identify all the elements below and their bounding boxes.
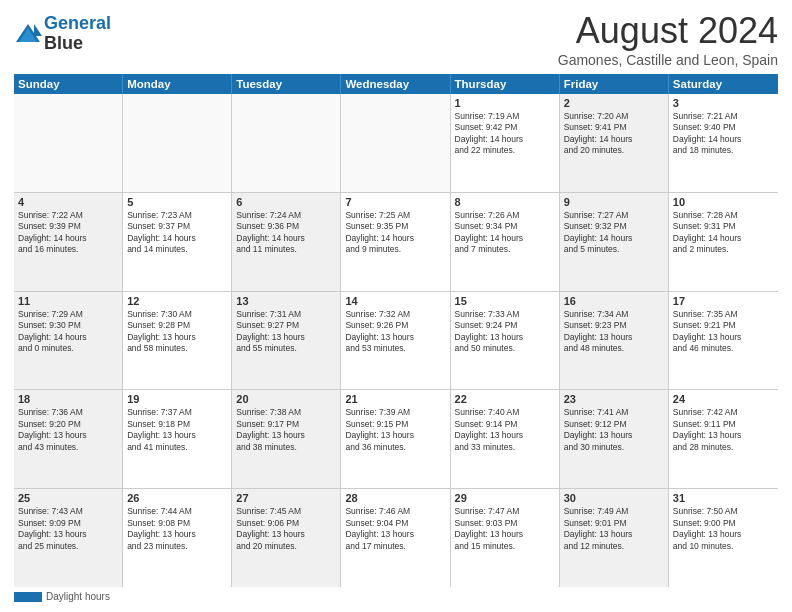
header-right: August 2024 Gamones, Castille and Leon, … [558,10,778,68]
logo-icon [14,20,42,48]
day-number-24: 24 [673,393,774,405]
day-number-31: 31 [673,492,774,504]
cal-header-friday: Friday [560,74,669,94]
cal-cell-6: 6Sunrise: 7:24 AM Sunset: 9:36 PM Daylig… [232,193,341,291]
cal-cell-31: 31Sunrise: 7:50 AM Sunset: 9:00 PM Dayli… [669,489,778,587]
cell-info-18: Sunrise: 7:36 AM Sunset: 9:20 PM Dayligh… [18,407,118,453]
page: General Blue August 2024 Gamones, Castil… [0,0,792,612]
calendar: SundayMondayTuesdayWednesdayThursdayFrid… [14,74,778,587]
day-number-19: 19 [127,393,227,405]
day-number-17: 17 [673,295,774,307]
cal-cell-23: 23Sunrise: 7:41 AM Sunset: 9:12 PM Dayli… [560,390,669,488]
day-number-12: 12 [127,295,227,307]
cell-info-14: Sunrise: 7:32 AM Sunset: 9:26 PM Dayligh… [345,309,445,355]
cell-info-6: Sunrise: 7:24 AM Sunset: 9:36 PM Dayligh… [236,210,336,256]
cal-header-thursday: Thursday [451,74,560,94]
logo-general: General [44,13,111,33]
cal-cell-19: 19Sunrise: 7:37 AM Sunset: 9:18 PM Dayli… [123,390,232,488]
cell-info-16: Sunrise: 7:34 AM Sunset: 9:23 PM Dayligh… [564,309,664,355]
cal-row-4: 25Sunrise: 7:43 AM Sunset: 9:09 PM Dayli… [14,489,778,587]
cal-cell-17: 17Sunrise: 7:35 AM Sunset: 9:21 PM Dayli… [669,292,778,390]
cell-info-22: Sunrise: 7:40 AM Sunset: 9:14 PM Dayligh… [455,407,555,453]
day-number-21: 21 [345,393,445,405]
day-number-2: 2 [564,97,664,109]
day-number-18: 18 [18,393,118,405]
cell-info-17: Sunrise: 7:35 AM Sunset: 9:21 PM Dayligh… [673,309,774,355]
footer-label: Daylight hours [46,591,110,602]
cal-cell-28: 28Sunrise: 7:46 AM Sunset: 9:04 PM Dayli… [341,489,450,587]
cal-cell-12: 12Sunrise: 7:30 AM Sunset: 9:28 PM Dayli… [123,292,232,390]
cell-info-20: Sunrise: 7:38 AM Sunset: 9:17 PM Dayligh… [236,407,336,453]
month-title: August 2024 [558,10,778,52]
day-number-11: 11 [18,295,118,307]
day-number-6: 6 [236,196,336,208]
day-number-14: 14 [345,295,445,307]
cell-info-12: Sunrise: 7:30 AM Sunset: 9:28 PM Dayligh… [127,309,227,355]
cal-cell-29: 29Sunrise: 7:47 AM Sunset: 9:03 PM Dayli… [451,489,560,587]
day-number-5: 5 [127,196,227,208]
cal-cell-26: 26Sunrise: 7:44 AM Sunset: 9:08 PM Dayli… [123,489,232,587]
day-number-3: 3 [673,97,774,109]
cell-info-28: Sunrise: 7:46 AM Sunset: 9:04 PM Dayligh… [345,506,445,552]
cal-cell-14: 14Sunrise: 7:32 AM Sunset: 9:26 PM Dayli… [341,292,450,390]
calendar-header: SundayMondayTuesdayWednesdayThursdayFrid… [14,74,778,94]
cal-cell-25: 25Sunrise: 7:43 AM Sunset: 9:09 PM Dayli… [14,489,123,587]
cell-info-21: Sunrise: 7:39 AM Sunset: 9:15 PM Dayligh… [345,407,445,453]
cell-info-9: Sunrise: 7:27 AM Sunset: 9:32 PM Dayligh… [564,210,664,256]
cell-info-25: Sunrise: 7:43 AM Sunset: 9:09 PM Dayligh… [18,506,118,552]
day-number-1: 1 [455,97,555,109]
cal-cell-20: 20Sunrise: 7:38 AM Sunset: 9:17 PM Dayli… [232,390,341,488]
cal-cell-empty-0-2 [232,94,341,192]
cal-row-0: 1Sunrise: 7:19 AM Sunset: 9:42 PM Daylig… [14,94,778,193]
day-number-15: 15 [455,295,555,307]
cell-info-19: Sunrise: 7:37 AM Sunset: 9:18 PM Dayligh… [127,407,227,453]
cell-info-7: Sunrise: 7:25 AM Sunset: 9:35 PM Dayligh… [345,210,445,256]
cell-info-23: Sunrise: 7:41 AM Sunset: 9:12 PM Dayligh… [564,407,664,453]
cal-header-tuesday: Tuesday [232,74,341,94]
cell-info-30: Sunrise: 7:49 AM Sunset: 9:01 PM Dayligh… [564,506,664,552]
day-number-28: 28 [345,492,445,504]
cal-cell-11: 11Sunrise: 7:29 AM Sunset: 9:30 PM Dayli… [14,292,123,390]
cell-info-4: Sunrise: 7:22 AM Sunset: 9:39 PM Dayligh… [18,210,118,256]
day-number-8: 8 [455,196,555,208]
cal-cell-21: 21Sunrise: 7:39 AM Sunset: 9:15 PM Dayli… [341,390,450,488]
cal-cell-13: 13Sunrise: 7:31 AM Sunset: 9:27 PM Dayli… [232,292,341,390]
cal-row-3: 18Sunrise: 7:36 AM Sunset: 9:20 PM Dayli… [14,390,778,489]
cell-info-5: Sunrise: 7:23 AM Sunset: 9:37 PM Dayligh… [127,210,227,256]
day-number-4: 4 [18,196,118,208]
day-number-7: 7 [345,196,445,208]
logo: General Blue [14,14,111,54]
logo-text: General Blue [44,14,111,54]
footer-bar-icon [14,592,42,602]
calendar-body: 1Sunrise: 7:19 AM Sunset: 9:42 PM Daylig… [14,94,778,587]
cell-info-31: Sunrise: 7:50 AM Sunset: 9:00 PM Dayligh… [673,506,774,552]
cell-info-11: Sunrise: 7:29 AM Sunset: 9:30 PM Dayligh… [18,309,118,355]
day-number-13: 13 [236,295,336,307]
cal-cell-27: 27Sunrise: 7:45 AM Sunset: 9:06 PM Dayli… [232,489,341,587]
cal-cell-24: 24Sunrise: 7:42 AM Sunset: 9:11 PM Dayli… [669,390,778,488]
cal-cell-4: 4Sunrise: 7:22 AM Sunset: 9:39 PM Daylig… [14,193,123,291]
cal-header-sunday: Sunday [14,74,123,94]
day-number-16: 16 [564,295,664,307]
cell-info-15: Sunrise: 7:33 AM Sunset: 9:24 PM Dayligh… [455,309,555,355]
day-number-25: 25 [18,492,118,504]
cal-cell-3: 3Sunrise: 7:21 AM Sunset: 9:40 PM Daylig… [669,94,778,192]
cal-cell-empty-0-0 [14,94,123,192]
cell-info-26: Sunrise: 7:44 AM Sunset: 9:08 PM Dayligh… [127,506,227,552]
cell-info-3: Sunrise: 7:21 AM Sunset: 9:40 PM Dayligh… [673,111,774,157]
cell-info-10: Sunrise: 7:28 AM Sunset: 9:31 PM Dayligh… [673,210,774,256]
cal-cell-16: 16Sunrise: 7:34 AM Sunset: 9:23 PM Dayli… [560,292,669,390]
cal-cell-empty-0-1 [123,94,232,192]
cal-cell-8: 8Sunrise: 7:26 AM Sunset: 9:34 PM Daylig… [451,193,560,291]
cal-cell-18: 18Sunrise: 7:36 AM Sunset: 9:20 PM Dayli… [14,390,123,488]
cal-cell-10: 10Sunrise: 7:28 AM Sunset: 9:31 PM Dayli… [669,193,778,291]
day-number-30: 30 [564,492,664,504]
cell-info-24: Sunrise: 7:42 AM Sunset: 9:11 PM Dayligh… [673,407,774,453]
cell-info-13: Sunrise: 7:31 AM Sunset: 9:27 PM Dayligh… [236,309,336,355]
cal-cell-7: 7Sunrise: 7:25 AM Sunset: 9:35 PM Daylig… [341,193,450,291]
logo-blue: Blue [44,33,83,53]
cal-cell-22: 22Sunrise: 7:40 AM Sunset: 9:14 PM Dayli… [451,390,560,488]
day-number-22: 22 [455,393,555,405]
day-number-10: 10 [673,196,774,208]
cell-info-2: Sunrise: 7:20 AM Sunset: 9:41 PM Dayligh… [564,111,664,157]
